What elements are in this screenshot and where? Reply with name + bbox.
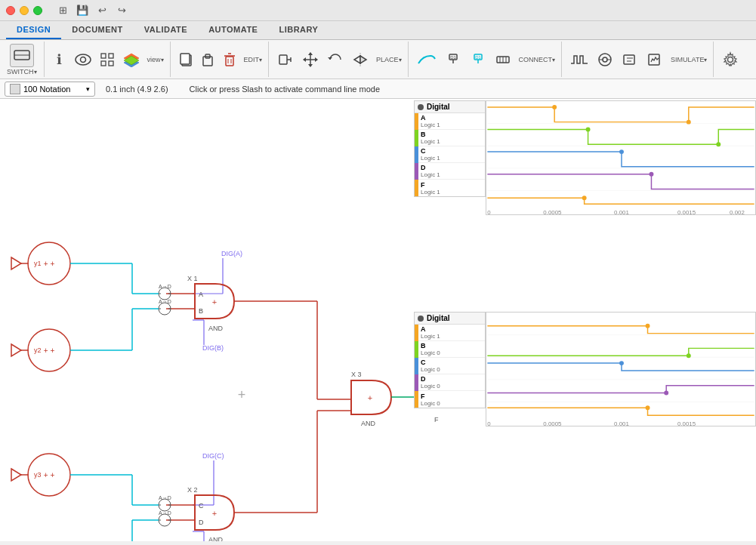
tab-automate[interactable]: AUTOMATE [198, 21, 268, 39]
svg-text:+ +: + + [44, 471, 55, 479]
svg-rect-15 [226, 57, 233, 66]
status-message: Click or press Slash to activate command… [190, 85, 381, 94]
view-eye-button[interactable] [71, 42, 95, 77]
svg-text:AND: AND [208, 536, 224, 541]
connect-label[interactable]: CONNECT [516, 54, 559, 65]
svg-text:0.001: 0.001 [614, 209, 629, 214]
switch-button[interactable]: SWITCH [3, 42, 41, 77]
maximize-button[interactable] [33, 6, 42, 15]
svg-point-150 [650, 172, 654, 177]
svg-point-149 [619, 149, 624, 154]
sim-btn2[interactable] [643, 42, 667, 77]
svg-point-44 [603, 57, 607, 62]
svg-text:A: A [199, 291, 203, 298]
waveform-bottom-chart: 0 0.0005 0.001 0.0015 [486, 312, 756, 426]
svg-point-163 [619, 361, 624, 365]
rotate-button[interactable] [323, 42, 347, 77]
svg-text:DIG(C): DIG(C) [202, 452, 224, 460]
canvas-area[interactable]: + + + y1 + + y2 DIG(A) DIG(B) X 1 [0, 99, 756, 541]
svg-text:0.001: 0.001 [614, 420, 629, 426]
wire-button[interactable] [413, 42, 440, 77]
coordinates: 0.1 inch (4.9 2.6) [106, 85, 168, 94]
svg-text:0.0005: 0.0005 [543, 420, 562, 426]
svg-text:0: 0 [487, 420, 491, 426]
svg-text:AND: AND [208, 325, 224, 332]
svg-text:F: F [434, 416, 439, 423]
info-button[interactable]: ℹ [49, 42, 70, 77]
bus-button[interactable] [491, 42, 515, 77]
svg-text:0.0015: 0.0015 [677, 209, 696, 214]
place-component-button[interactable] [273, 42, 298, 77]
svg-point-165 [646, 405, 650, 410]
menu-tabs: DESIGN DOCUMENT VALIDATE AUTOMATE LIBRAR… [0, 21, 756, 40]
svg-rect-6 [101, 61, 106, 66]
svg-point-147 [586, 128, 591, 132]
svg-rect-20 [279, 55, 287, 64]
waveform-top-chart: 0 0.0005 0.001 0.0015 0.002 [486, 100, 756, 215]
tab-document[interactable]: DOCUMENT [61, 21, 134, 39]
svg-text:+ +: + + [44, 346, 55, 355]
statusbar: 100 Notation ▾ 0.1 inch (4.9 2.6) Click … [0, 79, 756, 99]
tab-validate[interactable]: VALIDATE [134, 21, 198, 39]
settings-button[interactable] [718, 42, 742, 77]
svg-text:AND: AND [361, 420, 376, 427]
svg-text:X 2: X 2 [187, 486, 198, 494]
svg-marker-25 [308, 52, 313, 55]
svg-text:D1: D1 [450, 55, 456, 60]
svg-marker-32 [360, 56, 366, 63]
tab-design[interactable]: DESIGN [6, 21, 61, 39]
svg-point-151 [582, 196, 587, 200]
notation-label: 100 Notation [23, 85, 83, 94]
copy-button[interactable] [175, 42, 196, 77]
svg-text:X 3: X 3 [351, 371, 362, 378]
place-label[interactable]: PLACE [373, 54, 405, 65]
svg-marker-31 [354, 56, 360, 63]
mirror-button[interactable] [348, 42, 372, 77]
svg-text:A→D: A→D [159, 299, 171, 304]
svg-text:y2: y2 [34, 346, 42, 354]
edit-label[interactable]: EDIT [241, 54, 266, 65]
simulate-label[interactable]: SIMULATE [668, 54, 710, 65]
svg-rect-12 [181, 54, 190, 64]
svg-marker-29 [328, 57, 332, 60]
probe-button[interactable] [593, 42, 617, 77]
place-group: PLACE [273, 42, 409, 77]
svg-marker-28 [315, 57, 318, 62]
svg-text:0.0015: 0.0015 [677, 420, 696, 426]
redo-icon[interactable]: ↪ [115, 4, 128, 17]
delete-button[interactable] [219, 42, 240, 77]
svg-point-148 [716, 142, 721, 146]
svg-point-145 [552, 105, 557, 109]
waveform-button[interactable] [566, 42, 592, 77]
save-icon[interactable]: 💾 [76, 4, 89, 17]
notation-dropdown[interactable]: 100 Notation ▾ [5, 82, 95, 97]
close-button[interactable] [6, 6, 15, 15]
svg-point-146 [687, 120, 691, 125]
grid-icon[interactable]: ⊞ [56, 4, 69, 17]
view-label[interactable]: view [144, 54, 167, 65]
minimize-button[interactable] [20, 6, 29, 15]
svg-point-3 [80, 57, 85, 62]
svg-text:+: + [212, 297, 217, 306]
svg-text:y1: y1 [34, 260, 42, 267]
grid-view-button[interactable] [96, 42, 119, 77]
svg-marker-26 [308, 64, 313, 67]
tab-library[interactable]: LIBRARY [268, 21, 329, 39]
switch-group: SWITCH [3, 42, 45, 77]
switch-label: SWITCH [7, 68, 37, 75]
svg-text:+: + [212, 509, 217, 518]
layers-button[interactable] [119, 42, 143, 77]
view-group: ℹ view [49, 42, 171, 77]
net-button1[interactable]: D1 [441, 42, 465, 77]
net-button2[interactable]: D1 [466, 42, 490, 77]
svg-text:B: B [199, 307, 203, 315]
svg-point-51 [728, 57, 733, 62]
svg-text:0.002: 0.002 [730, 209, 745, 214]
svg-text:DIG(B): DIG(B) [202, 344, 224, 352]
sim-btn1[interactable] [618, 42, 642, 77]
undo-icon[interactable]: ↩ [95, 4, 109, 17]
titlebar: ⊞ 💾 ↩ ↪ [0, 0, 756, 21]
svg-rect-7 [109, 61, 113, 66]
move-button[interactable] [298, 42, 322, 77]
paste-button[interactable] [197, 42, 218, 77]
